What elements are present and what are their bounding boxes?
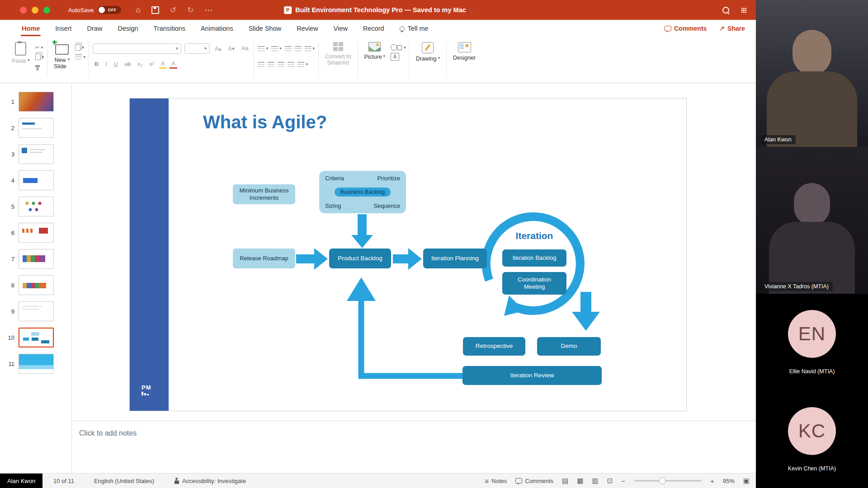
increase-indent-button[interactable] [295,45,302,52]
tab-home[interactable]: Home [21,20,41,37]
layout-button[interactable]: ▾ [75,44,85,51]
undo-icon[interactable]: ↺ [170,5,176,15]
home-icon[interactable]: ⌂ [136,5,140,14]
tab-transitions[interactable]: Transitions [153,20,186,37]
tab-design[interactable]: Design [117,20,139,37]
text-direction-button[interactable]: ▾ [297,61,308,68]
shapes-button[interactable]: ▾ [391,44,406,51]
slide-canvas[interactable]: What is Agile? Minimum Business Incremen… [130,99,686,411]
diagram-box-demo[interactable]: Demo [537,337,601,356]
diagram-box-iteration-backlog[interactable]: Iteration Backlog [502,249,566,267]
save-icon[interactable] [151,6,159,14]
section-button[interactable]: ▾ [75,53,85,60]
diagram-group-backlog-grooming[interactable]: Criteria Prioritize Business Backlog Siz… [319,171,406,213]
line-spacing-button[interactable]: ▾ [305,45,315,52]
notes-area[interactable]: Click to add notes [72,421,756,473]
superscript-button[interactable]: x² [147,61,156,68]
tab-view[interactable]: View [333,20,349,37]
zoom-percentage[interactable]: 95% [723,478,735,484]
video-tile-alan-kwon[interactable]: Alan Kwon [756,0,868,147]
reading-view-button[interactable]: ▥ [592,477,598,485]
comments-button[interactable]: Comments [665,25,707,32]
zoom-in-button[interactable]: + [710,477,714,485]
minimize-window-button[interactable] [32,7,38,14]
zoom-out-button[interactable]: − [621,477,625,485]
more-commands-icon[interactable]: ⋯ [204,5,212,15]
justify-button[interactable] [288,61,294,68]
tab-review[interactable]: Review [296,20,319,37]
normal-view-button[interactable]: ▤ [562,477,568,485]
share-button[interactable]: ↗ Share [719,25,745,32]
tab-tell-me[interactable]: Tell me [399,20,429,37]
diagram-box-iteration-planning[interactable]: Iteration Planning [423,249,487,268]
strikethrough-button[interactable]: ab [123,61,132,68]
slide-thumbnail-2[interactable]: 2 [0,115,71,141]
document-title-area[interactable]: P Built Environment Technology Pro — Sav… [284,6,472,14]
tab-slide-show[interactable]: Slide Show [248,20,283,37]
convert-to-smartart-button[interactable]: Convert to SmartArt [322,41,354,68]
slide-thumbnail-8[interactable]: 8 [0,272,71,298]
slide-thumbnail-3[interactable]: 3 [0,141,71,167]
font-size-select[interactable]: ▾ [184,43,210,54]
zoom-slider-knob[interactable] [659,478,666,484]
font-name-select[interactable]: ▾ [93,43,181,54]
cut-button[interactable]: ✂▾ [35,44,44,51]
highlight-color-button[interactable]: A [159,60,166,69]
slide-thumbnail-10[interactable]: 10 [0,324,71,351]
diagram-box-iteration-review[interactable]: Iteration Review [462,366,602,385]
accessibility-status[interactable]: Accessibility: Investigate [174,478,246,484]
align-right-button[interactable] [278,61,284,68]
slide-title[interactable]: What is Agile? [203,112,327,132]
subscript-button[interactable]: x₂ [136,61,144,68]
bold-button[interactable]: B [93,61,100,68]
slide-thumbnail-11[interactable]: 11 [0,351,71,377]
tab-record[interactable]: Record [362,20,385,37]
video-tile-vivianne-tadros[interactable]: Vivianne X Tadros (MTIA) [756,147,868,294]
autosave-control[interactable]: AutoSave OFF [68,6,121,14]
language-indicator[interactable]: English (United States) [94,478,154,484]
search-icon[interactable] [722,7,729,14]
bullets-button[interactable]: ▾ [258,45,268,52]
tab-animations[interactable]: Animations [200,20,234,37]
picture-button[interactable]: Picture▾ [361,41,388,61]
slideshow-button[interactable]: ⊡ [607,477,613,485]
copy-button[interactable]: ▾ [35,53,44,60]
slide-thumbnail-4[interactable]: 4 [0,167,71,193]
decrease-indent-button[interactable] [285,45,292,52]
zoom-window-button[interactable] [43,7,50,14]
diagram-box-minimum-business-increments[interactable]: Minimum Business Increments [233,184,295,204]
fit-to-window-icon[interactable]: ▣ [743,477,750,485]
designer-button[interactable]: Designer [450,41,479,62]
slide-thumbnail-5[interactable]: 5 [0,193,71,220]
autosave-toggle[interactable]: OFF [98,6,121,14]
avatar-tile-ellie-navid[interactable]: EN Ellie Navid (MTIA) [756,294,868,391]
increase-font-size-button[interactable]: A▴ [213,45,223,52]
avatar-tile-kevin-chen[interactable]: KC Kevin Chen (MTIA) [756,391,868,488]
comments-toggle-button[interactable]: Comments [515,478,553,484]
format-painter-button[interactable] [35,63,44,70]
text-box-button[interactable]: A [391,53,406,60]
diagram-box-coordination-meeting[interactable]: Coordination Meeting [502,272,566,295]
numbering-button[interactable]: ▾ [271,45,282,52]
app-switcher-icon[interactable]: ⊞ [741,6,747,14]
paste-button[interactable]: Paste▾ [9,41,33,70]
new-slide-button[interactable]: New Slide▾ [51,41,73,71]
diagram-label-iteration[interactable]: Iteration [506,230,562,241]
diagram-pill-business-backlog[interactable]: Business Backlog [335,188,391,197]
font-color-button[interactable]: A [170,60,177,69]
redo-icon[interactable]: ↻ [187,5,193,15]
close-window-button[interactable] [20,7,27,14]
clear-formatting-button[interactable]: Aa [240,45,250,52]
slide-thumbnail-1[interactable]: 1 [0,89,71,115]
tab-draw[interactable]: Draw [86,20,104,37]
slide-sorter-view-button[interactable]: ▦ [577,477,583,485]
decrease-font-size-button[interactable]: A▾ [226,45,237,52]
slide-thumbnail-9[interactable]: 9 [0,298,71,324]
notes-toggle-button[interactable]: ≡ Notes [485,477,507,485]
italic-button[interactable]: I [104,61,108,68]
slide-thumbnail-7[interactable]: 7 [0,246,71,272]
diagram-box-product-backlog[interactable]: Product Backlog [329,249,391,268]
slide-thumbnail-6[interactable]: 6 [0,220,71,246]
underline-button[interactable]: U [112,61,119,68]
align-center-button[interactable] [268,61,274,68]
